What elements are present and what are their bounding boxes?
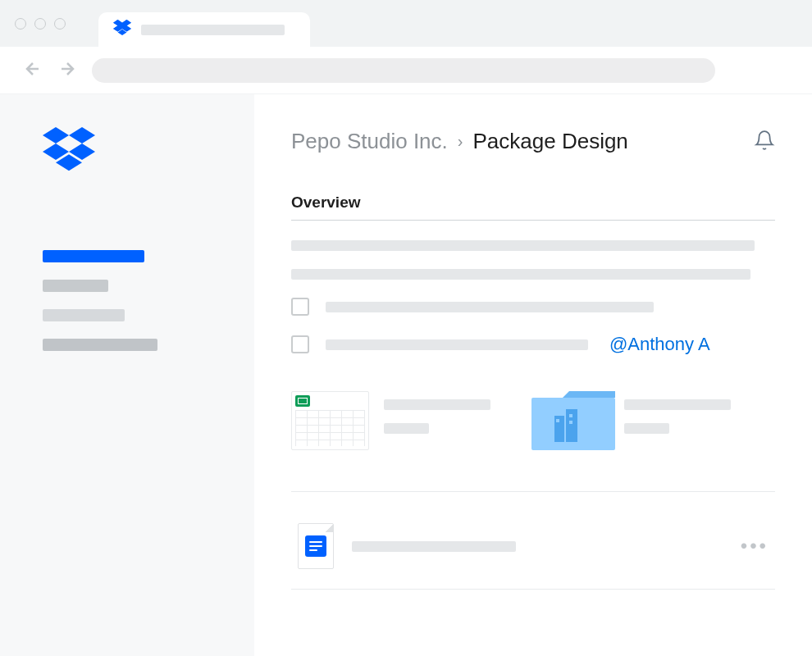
- forward-button[interactable]: [57, 59, 77, 82]
- attachment-card-spreadsheet[interactable]: [291, 391, 490, 450]
- svg-rect-5: [569, 421, 573, 424]
- overview-text-line: [291, 240, 755, 251]
- browser-tab-active[interactable]: [98, 12, 310, 47]
- chevron-right-icon: ›: [458, 132, 463, 151]
- file-row[interactable]: •••: [291, 517, 775, 590]
- file-name: [352, 541, 516, 552]
- window-controls: [15, 18, 66, 30]
- checkbox[interactable]: [291, 335, 309, 353]
- checklist-item: [291, 298, 775, 316]
- header: Pepo Studio Inc. › Package Design: [291, 129, 775, 154]
- breadcrumb: Pepo Studio Inc. › Package Design: [291, 129, 628, 154]
- tab-title: [141, 25, 285, 35]
- breadcrumb-current: Package Design: [472, 129, 627, 154]
- user-mention[interactable]: @Anthony A: [609, 334, 710, 355]
- browser-tab-inactive[interactable]: [310, 12, 351, 47]
- attachments-row: [291, 391, 775, 450]
- window-close-button[interactable]: [15, 18, 26, 30]
- attachment-card-folder[interactable]: [531, 391, 731, 450]
- sidebar-item[interactable]: [43, 339, 157, 351]
- checkbox[interactable]: [291, 298, 309, 316]
- app-container: Pepo Studio Inc. › Package Design Overvi…: [0, 94, 812, 656]
- dropbox-icon: [113, 20, 131, 39]
- breadcrumb-parent[interactable]: Pepo Studio Inc.: [291, 129, 448, 154]
- browser-chrome: [0, 0, 812, 94]
- spreadsheet-icon: [291, 391, 369, 450]
- folder-icon: [531, 391, 609, 450]
- attachment-detail: [384, 423, 429, 434]
- overview-text-line: [291, 269, 750, 280]
- attachment-meta: [384, 391, 490, 434]
- checklist-label: [326, 302, 654, 312]
- dropbox-logo[interactable]: [43, 127, 212, 176]
- divider: [291, 491, 775, 492]
- attachment-name: [384, 399, 490, 410]
- document-icon: [298, 523, 334, 569]
- svg-rect-3: [556, 419, 559, 422]
- tab-bar: [0, 0, 812, 47]
- checklist-label: [326, 339, 588, 350]
- window-minimize-button[interactable]: [34, 18, 46, 30]
- sidebar-item[interactable]: [43, 280, 108, 292]
- sidebar-nav: [43, 250, 212, 351]
- nav-bar: [0, 47, 812, 94]
- window-maximize-button[interactable]: [54, 18, 66, 30]
- overview-body: @Anthony A: [291, 240, 775, 355]
- svg-rect-4: [569, 414, 573, 417]
- section-title: Overview: [291, 194, 775, 221]
- attachment-detail: [624, 423, 669, 434]
- sidebar: [0, 94, 254, 656]
- more-actions-button[interactable]: •••: [741, 535, 769, 558]
- attachment-name: [624, 399, 731, 410]
- sidebar-item-active[interactable]: [43, 250, 144, 262]
- back-button[interactable]: [23, 59, 43, 82]
- sidebar-item[interactable]: [43, 309, 125, 321]
- attachment-meta: [624, 391, 731, 434]
- notifications-button[interactable]: [754, 130, 775, 154]
- main-content: Pepo Studio Inc. › Package Design Overvi…: [254, 94, 812, 656]
- url-bar[interactable]: [92, 58, 715, 83]
- checklist-item: @Anthony A: [291, 334, 775, 355]
